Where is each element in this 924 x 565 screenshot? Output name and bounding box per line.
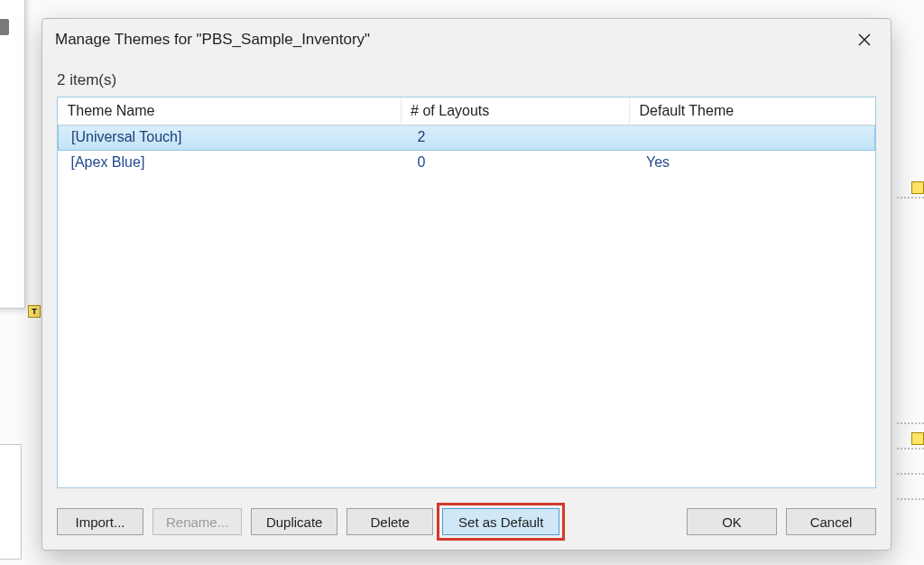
cancel-button[interactable]: Cancel [786,508,876,535]
cell-layout-count: 0 [402,151,630,176]
background-dotted-row [897,403,924,424]
cell-theme-name: [Universal Touch] [59,125,402,151]
close-button[interactable] [851,26,878,53]
table-empty-area [58,175,875,487]
t-badge-icon: T [28,305,41,318]
delete-button[interactable]: Delete [346,508,433,535]
table-row[interactable]: [Universal Touch] 2 [59,125,875,151]
title-bar: Manage Themes for "PBS_Sample_Inventory" [42,19,891,60]
cell-default: Yes [630,151,875,176]
set-as-default-button[interactable]: Set as Default [442,508,559,535]
column-header-default[interactable]: Default Theme [630,97,875,125]
ok-button[interactable]: OK [687,508,777,535]
background-dotted-row [897,478,924,500]
cell-layout-count: 2 [402,125,630,151]
button-bar: Import... Rename... Duplicate Delete Set… [42,499,891,550]
column-header-name[interactable]: Theme Name [59,97,402,125]
cell-default [630,125,875,151]
item-count-label: 2 item(s) [42,60,891,97]
rename-button: Rename... [152,508,242,535]
column-header-layouts[interactable]: # of Layouts [402,97,630,125]
table-header-row: Theme Name # of Layouts Default Theme [59,97,875,125]
highlight-annotation: Set as Default [442,508,559,535]
duplicate-button[interactable]: Duplicate [251,508,337,535]
cell-theme-name: [Apex Blue] [59,151,402,176]
close-icon [858,33,871,46]
dialog-title: Manage Themes for "PBS_Sample_Inventory" [55,31,851,49]
table-row[interactable]: [Apex Blue] 0 Yes [59,151,875,176]
manage-themes-dialog: Manage Themes for "PBS_Sample_Inventory"… [42,18,892,551]
background-panel-left [0,0,25,309]
yellow-tag-icon [911,432,924,445]
yellow-tag-icon [911,181,924,194]
background-icon [0,19,9,35]
background-dotted-row [897,453,924,475]
themes-table: Theme Name # of Layouts Default Theme [U… [57,97,876,488]
background-block-bottom [0,444,22,560]
import-button[interactable]: Import... [57,508,143,535]
